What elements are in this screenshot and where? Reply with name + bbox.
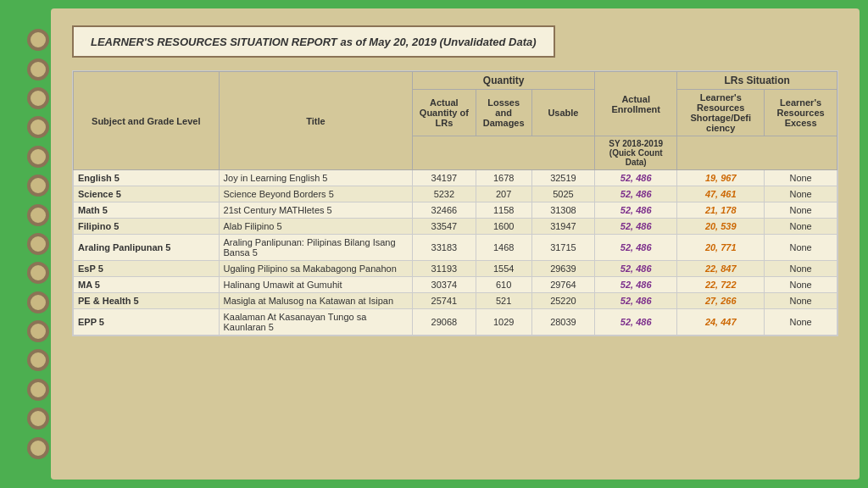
table-row: Filipino 5Alab Filipino 5335471600319475…	[74, 219, 837, 235]
cell-usable: 32519	[531, 170, 594, 186]
spiral-ring	[27, 349, 49, 371]
table-row: MA 5Halinang Umawit at Gumuhit3037461029…	[74, 277, 837, 293]
header-enrollment-detail: SY 2018-2019(Quick CountData)	[595, 136, 677, 170]
cell-subject: PE & Health 5	[74, 293, 220, 309]
cell-usable: 25220	[531, 293, 594, 309]
spiral-ring	[27, 437, 49, 459]
cell-excess: None	[765, 277, 837, 293]
table-row: EPP 5Kaalaman At Kasanayan Tungo sa Kaun…	[74, 309, 837, 336]
cell-excess: None	[765, 293, 837, 309]
cell-title: Kaalaman At Kasanayan Tungo sa Kaunlaran…	[219, 309, 413, 336]
cell-shortage: 24, 447	[677, 309, 765, 336]
cell-usable: 31715	[531, 235, 594, 261]
cell-shortage: 21, 178	[677, 202, 765, 219]
cell-losses: 610	[476, 277, 531, 293]
cell-losses: 1678	[476, 170, 531, 186]
cell-actual-qty: 31193	[413, 261, 476, 277]
header-losses: LossesandDamages	[476, 90, 531, 136]
cell-title: Araling Panlipunan: Pilipinas Bilang Isa…	[219, 235, 413, 261]
spiral-ring	[27, 87, 49, 109]
cell-enrollment: 52, 486	[595, 293, 677, 309]
cell-shortage: 47, 461	[677, 186, 765, 202]
header-usable: Usable	[531, 90, 594, 136]
cell-title: Masigla at Malusog na Katawan at Isipan	[219, 293, 413, 309]
header-lrs-spacer	[677, 136, 837, 170]
cell-shortage: 20, 771	[677, 235, 765, 261]
spiral-ring	[27, 291, 49, 313]
cell-enrollment: 52, 486	[595, 309, 677, 336]
spiral-ring	[27, 408, 49, 430]
header-lrs-group: LRs Situation	[677, 72, 837, 90]
cell-subject: Araling Panlipunan 5	[74, 235, 220, 261]
table-row: EsP 5Ugaling Pilipino sa Makabagong Pana…	[74, 261, 837, 277]
report-title: LEARNER'S RESOURCES SITUATION REPORT as …	[91, 36, 537, 48]
cell-actual-qty: 30374	[413, 277, 476, 293]
cell-usable: 31308	[531, 202, 594, 219]
content-area: LEARNER'S RESOURCES SITUATION REPORT as …	[51, 8, 860, 349]
cell-excess: None	[765, 309, 837, 336]
cell-shortage: 27, 266	[677, 293, 765, 309]
cell-actual-qty: 33547	[413, 219, 476, 235]
spiral-ring	[27, 379, 49, 401]
cell-excess: None	[765, 202, 837, 219]
cell-usable: 29639	[531, 261, 594, 277]
header-excess: Learner'sResourcesExcess	[765, 90, 837, 136]
cell-usable: 5025	[531, 186, 594, 202]
spiral-ring	[27, 175, 49, 197]
spiral-ring	[27, 233, 49, 255]
cell-title: Alab Filipino 5	[219, 219, 413, 235]
cell-enrollment: 52, 486	[595, 235, 677, 261]
cell-actual-qty: 34197	[413, 170, 476, 186]
cell-excess: None	[765, 235, 837, 261]
cell-subject: EPP 5	[74, 309, 220, 336]
header-title: Title	[219, 72, 413, 170]
cell-usable: 29764	[531, 277, 594, 293]
header-quantity-group: Quantity	[413, 72, 595, 90]
cell-title: 21st Century MATHletes 5	[219, 202, 413, 219]
cell-losses: 1468	[476, 235, 531, 261]
spiral-ring	[27, 116, 49, 138]
cell-losses: 1554	[476, 261, 531, 277]
cell-losses: 207	[476, 186, 531, 202]
cell-shortage: 22, 722	[677, 277, 765, 293]
cell-usable: 28039	[531, 309, 594, 336]
cell-enrollment: 52, 486	[595, 219, 677, 235]
header-enrollment-group: ActualEnrollment	[595, 72, 677, 136]
spiral-ring	[27, 320, 49, 342]
cell-subject: MA 5	[74, 277, 220, 293]
header-qty-spacer	[413, 136, 595, 170]
table-row: Araling Panlipunan 5Araling Panlipunan: …	[74, 235, 837, 261]
cell-subject: Math 5	[74, 202, 220, 219]
spiral-ring	[27, 204, 49, 226]
cell-usable: 31947	[531, 219, 594, 235]
header-subject: Subject and Grade Level	[74, 72, 220, 170]
cell-losses: 1158	[476, 202, 531, 219]
cell-actual-qty: 25741	[413, 293, 476, 309]
cell-title: Joy in Learning English 5	[219, 170, 413, 186]
cell-shortage: 22, 847	[677, 261, 765, 277]
cell-excess: None	[765, 170, 837, 186]
spiral-ring	[27, 58, 49, 80]
cell-actual-qty: 29068	[413, 309, 476, 336]
cell-actual-qty: 33183	[413, 235, 476, 261]
cell-losses: 1600	[476, 219, 531, 235]
header-actual-qty: ActualQuantity ofLRs	[413, 90, 476, 136]
spiral-ring	[27, 262, 49, 284]
cell-shortage: 20, 539	[677, 219, 765, 235]
spiral-binding	[25, 8, 51, 480]
cell-subject: EsP 5	[74, 261, 220, 277]
table-container: Subject and Grade Level Title Quantity A…	[72, 70, 838, 336]
table-row: PE & Health 5Masigla at Malusog na Kataw…	[74, 293, 837, 309]
spiral-ring	[27, 29, 49, 51]
cell-losses: 521	[476, 293, 531, 309]
cell-actual-qty: 32466	[413, 202, 476, 219]
cell-enrollment: 52, 486	[595, 202, 677, 219]
cell-shortage: 19, 967	[677, 170, 765, 186]
cell-excess: None	[765, 186, 837, 202]
header-shortage: Learner'sResourcesShortage/Deficiency	[677, 90, 765, 136]
cell-enrollment: 52, 486	[595, 186, 677, 202]
cell-subject: English 5	[74, 170, 220, 186]
table-row: English 5Joy in Learning English 5341971…	[74, 170, 837, 186]
data-table: Subject and Grade Level Title Quantity A…	[73, 71, 837, 336]
cell-enrollment: 52, 486	[595, 170, 677, 186]
